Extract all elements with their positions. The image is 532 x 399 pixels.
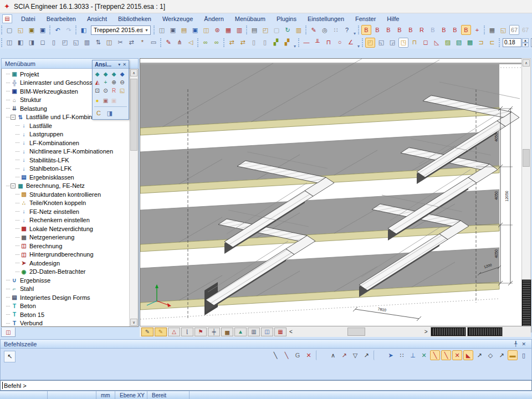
loadgroup-icon[interactable]: B [372, 25, 382, 35]
library-icon[interactable]: ▤ [179, 25, 189, 35]
tree-item[interactable]: ↓ FE-Netz einstellen [2, 207, 129, 216]
ucs-icon[interactable]: + [102, 79, 110, 86]
scroll-thumb[interactable] [523, 149, 530, 167]
refresh-icon[interactable]: ↻ [283, 25, 293, 35]
view-z-icon[interactable]: ◆ [110, 70, 118, 78]
view-x-icon[interactable]: ◆ [94, 70, 101, 78]
pin-icon[interactable]: ╀ [512, 341, 519, 347]
snap-intersection-icon[interactable]: ✕ [304, 350, 314, 360]
tree-item[interactable]: ▤ Integriertes Design Forms [2, 293, 129, 302]
snap-tangent-icon[interactable]: G [293, 350, 303, 360]
wall-icon[interactable]: ▯ [49, 38, 59, 48]
zoom-slider-vertical[interactable] [522, 280, 531, 332]
window-b-icon[interactable]: ▥ [234, 25, 244, 35]
menu-item[interactable]: Fenster [350, 14, 381, 23]
mesh-icon[interactable]: ⊛ [212, 25, 222, 35]
chevron-down-icon[interactable]: ▾ [117, 62, 121, 67]
camera-icon[interactable]: ▣ [102, 97, 110, 105]
layer-window-icon[interactable]: ◰ [365, 38, 375, 48]
print-preview-icon[interactable]: ◰ [260, 25, 270, 35]
find-icon[interactable]: ⇄ [227, 38, 237, 48]
tree-item[interactable]: ◫ Hintergrundberechnung [2, 250, 129, 259]
layer-prev-icon[interactable]: ◲ [387, 38, 397, 48]
project-settings-icon[interactable]: ◫ [157, 25, 167, 35]
zoom-slider-horizontal-2[interactable] [468, 328, 502, 336]
layer-span-icon[interactable]: ⊓ [410, 38, 420, 48]
befehlszeile-header[interactable]: Befehlszeile ╀ ✕ [0, 339, 532, 349]
circle-dim-icon[interactable]: ○ [335, 38, 345, 48]
project-combo[interactable]: Treppen2 2015.esa ▾ [91, 25, 151, 35]
edit-icon[interactable]: ✎ [309, 25, 319, 35]
scroll-up-button[interactable]: ∧ [130, 69, 137, 76]
scale-value-1[interactable]: 0.18 [503, 38, 521, 47]
saved-views-icon[interactable]: ◱ [119, 87, 126, 95]
supports-icon[interactable]: △ [168, 328, 180, 336]
next-loadcase-icon[interactable]: B [450, 25, 460, 35]
loadcase-icon[interactable]: B [361, 25, 371, 35]
model-data-icon[interactable]: ◫ [261, 328, 273, 336]
snap-node-icon[interactable]: ↗ [474, 350, 484, 360]
engineering-report-2-icon[interactable]: 67 [520, 25, 530, 35]
palette-header[interactable]: Ansi... ▾ ✕ [93, 60, 129, 69]
zoom-doc-icon[interactable]: ◎ [320, 25, 330, 35]
document-disabled-icon[interactable]: ▢ [272, 25, 282, 35]
layer-hatch-2-icon[interactable]: ▧ [454, 38, 464, 48]
move-node-icon[interactable]: ⇅ [93, 38, 103, 48]
zoom-all-icon[interactable]: ⊙ [102, 87, 110, 95]
render-mode-icon[interactable]: ✎ [155, 328, 167, 336]
view-axo-icon[interactable]: ◆ [119, 70, 126, 78]
tree-item[interactable]: ↓ Rechenkern einstellen [2, 216, 129, 225]
open-icon[interactable]: ◱ [16, 25, 25, 35]
tree-item[interactable]: ◉ 2D-Daten-Betrachter [2, 268, 129, 277]
labels-icon[interactable]: ⚑ [195, 328, 207, 336]
snap-icon[interactable] [316, 350, 326, 360]
3d-model-scene[interactable]: 4050 4050 4050 12050 7810 1200 [140, 59, 522, 326]
close-icon[interactable]: ✕ [519, 341, 528, 347]
view-y-icon[interactable]: ◆ [102, 70, 110, 78]
tree-item[interactable]: ▤ Ergebnisklassen [2, 173, 129, 182]
nonlinear-combination-icon[interactable]: B [395, 25, 405, 35]
tree-item[interactable]: ↓ LF-Kombinationen [2, 139, 129, 147]
menu-item[interactable]: Bearbeiten [41, 14, 81, 23]
snap-endpoint-icon[interactable]: ╲ [270, 350, 280, 360]
tree-item[interactable]: ∪ Ergebnisse [2, 276, 129, 285]
length-dim-icon[interactable]: — [301, 38, 311, 48]
tree-item[interactable]: ▧ Strukturdaten kontrollieren [2, 190, 129, 199]
menu-item[interactable]: Einstellungen [302, 14, 350, 23]
result-class-icon[interactable]: R [417, 25, 427, 35]
engineering-report-icon[interactable]: 67 [509, 25, 519, 35]
snap-angle-icon[interactable]: ∧ [328, 350, 338, 360]
open-results-icon[interactable]: ◱ [498, 25, 508, 35]
layer-hatch-icon[interactable]: ▨ [443, 38, 453, 48]
snap-x-icon[interactable]: ✕ [452, 350, 462, 360]
panel-tab[interactable]: ◫ [1, 328, 16, 337]
copy-properties-2-icon[interactable]: ▯ [260, 38, 270, 48]
gallery-icon[interactable]: ▥ [294, 25, 304, 35]
brush-2-icon[interactable]: ▞ [282, 38, 292, 48]
light-icon[interactable]: ● [94, 97, 101, 105]
volumes-icon[interactable]: ▲ [234, 328, 247, 336]
menu-item[interactable]: Datei [16, 14, 41, 23]
zoom-window-icon[interactable]: ⊡ [94, 87, 101, 95]
menu-item[interactable]: Menübaum [229, 14, 271, 23]
scroll-right-button[interactable]: > [422, 329, 430, 335]
cursor-snap-icon[interactable]: ➤ [386, 350, 396, 360]
render-settings-icon[interactable]: ◨ [105, 108, 115, 118]
cut-icon[interactable]: ✂ [115, 38, 125, 48]
snap-edge-icon[interactable]: ↗ [497, 350, 507, 360]
expand-box[interactable]: − [11, 115, 16, 120]
layer-current-icon[interactable]: ◳ [398, 38, 408, 48]
loads-icon[interactable]: ⌊ [181, 328, 193, 336]
copy-properties-icon[interactable]: ▯ [249, 38, 259, 48]
tree-item[interactable]: T Verbund [2, 319, 129, 328]
scroll-down-button[interactable]: ∨ [130, 319, 137, 326]
find-2-icon[interactable]: ⇄ [238, 38, 248, 48]
layer-hatch-3-icon[interactable]: ▩ [465, 38, 475, 48]
subregion-icon[interactable]: ◱ [71, 38, 81, 48]
surfaces-icon[interactable]: ▅ [221, 328, 233, 336]
scroll-thumb[interactable] [130, 79, 137, 151]
snap-midpoint-icon[interactable]: ╲ [430, 350, 440, 360]
window-a-icon[interactable]: ▦ [223, 25, 233, 35]
workspace-panel-icon[interactable]: ◧ [79, 25, 89, 35]
explode-icon[interactable]: * [137, 38, 147, 48]
